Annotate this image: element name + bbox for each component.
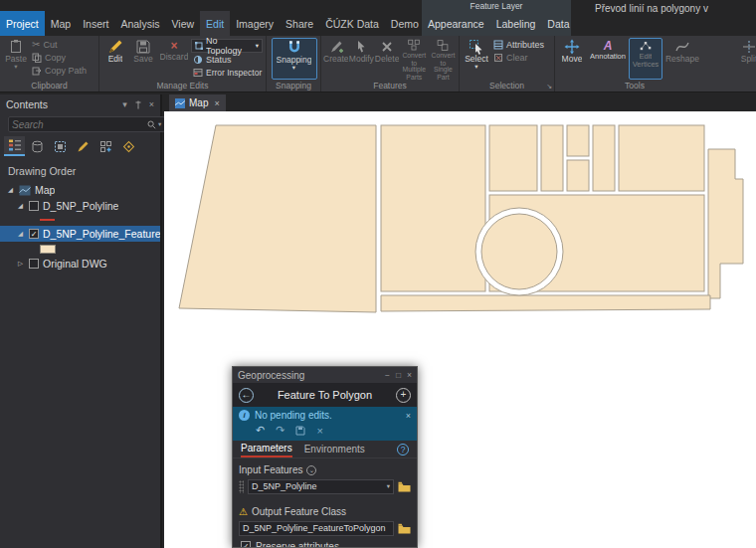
reshape-button[interactable]: Reshape xyxy=(664,38,700,80)
layer-visibility-checkbox[interactable] xyxy=(29,201,39,211)
output-feature-class-input[interactable]: D_5NP_Polyline_FeatureToPolygon xyxy=(239,521,394,536)
plus-icon: + xyxy=(401,390,407,400)
view-tab-drawing-order[interactable] xyxy=(4,136,25,156)
paste-button[interactable]: Paste ▾ xyxy=(2,38,30,80)
add-to-project-button[interactable]: + xyxy=(396,388,411,403)
expander-icon[interactable]: ◢ xyxy=(16,202,25,210)
discard-edits-button[interactable]: × Discard xyxy=(157,38,191,80)
redo-icon[interactable]: ↷ xyxy=(276,424,284,437)
input-features-combo[interactable]: D_5NP_Polyline ▾ xyxy=(248,479,394,494)
back-button[interactable]: ← xyxy=(239,388,254,403)
tab-labeling[interactable]: Labeling xyxy=(490,11,542,36)
search-icon xyxy=(147,120,156,129)
move-icon xyxy=(564,39,580,55)
modify-button[interactable]: Modify xyxy=(348,38,374,80)
edit-vertices-button[interactable]: Edit Vertices xyxy=(629,38,662,80)
arcgis-pro-window: Feature Layer Převod linií na polygony v… xyxy=(0,0,756,548)
view-tab-editing[interactable] xyxy=(73,136,94,156)
group-label-tools: Tools xyxy=(555,81,714,91)
dismiss-message-icon[interactable]: × xyxy=(406,411,411,421)
tab-project[interactable]: Project xyxy=(0,11,45,36)
delete-button[interactable]: Delete xyxy=(374,38,399,80)
polyline-symbol-swatch[interactable] xyxy=(40,219,55,221)
tab-parameters[interactable]: Parameters xyxy=(241,441,292,457)
layer-visibility-checkbox[interactable] xyxy=(29,259,39,269)
close-tab-icon[interactable]: × xyxy=(214,98,219,108)
dropdown-icon: ▾ xyxy=(387,483,390,490)
tool-title: Feature To Polygon xyxy=(254,389,396,401)
save-edits-icon[interactable] xyxy=(295,426,305,436)
tree-item-original-dwg[interactable]: ▷ Original DWG xyxy=(0,256,160,272)
tab-cuzk-data[interactable]: ČÚZK Data xyxy=(319,11,385,36)
output-feature-class-label: Output Feature Class xyxy=(252,506,346,517)
edit-button[interactable]: Edit xyxy=(101,38,129,80)
search-options-icon[interactable]: ▾ xyxy=(158,121,161,128)
help-icon[interactable]: ? xyxy=(397,444,409,456)
tab-data[interactable]: Data xyxy=(541,11,575,36)
status-button[interactable]: Status xyxy=(191,53,265,66)
tab-insert[interactable]: Insert xyxy=(77,11,114,36)
annotation-button[interactable]: A Annotation xyxy=(589,38,627,80)
browse-input-folder-icon[interactable] xyxy=(398,481,411,492)
copy-button[interactable]: Copy xyxy=(30,51,97,64)
copy-path-button[interactable]: Copy Path xyxy=(30,64,97,77)
save-edits-button[interactable]: Save xyxy=(129,38,157,80)
map-node-icon xyxy=(19,185,31,196)
polygon-symbol-swatch[interactable] xyxy=(40,245,56,254)
preserve-attributes-label: Preserve attributes xyxy=(256,541,339,548)
tab-map[interactable]: Map xyxy=(45,11,77,36)
view-tab-data-source[interactable] xyxy=(27,136,48,156)
cut-button[interactable]: ✂ Cut xyxy=(30,38,97,51)
drag-handle[interactable] xyxy=(239,480,244,493)
collapse-input-icon[interactable]: ⌄ xyxy=(306,465,316,475)
view-tab-selection[interactable] xyxy=(50,136,71,156)
expander-icon[interactable]: ▷ xyxy=(16,260,25,268)
view-tab-snapping[interactable] xyxy=(95,136,116,156)
tab-edit[interactable]: Edit xyxy=(200,11,230,36)
convert-to-multiple-parts-button[interactable]: Convert to Multiple Parts xyxy=(400,38,429,80)
tab-view[interactable]: View xyxy=(166,11,201,36)
split-button[interactable]: Split xyxy=(734,38,756,80)
pin-icon[interactable] xyxy=(134,100,142,109)
pane-restore-icon[interactable]: □ xyxy=(396,370,401,380)
create-button[interactable]: Create xyxy=(323,38,348,80)
expander-icon[interactable]: ◢ xyxy=(6,186,15,194)
group-label-features: Features xyxy=(321,81,459,91)
tab-appearance[interactable]: Appearance xyxy=(422,11,490,36)
attributes-button[interactable]: Attributes xyxy=(491,38,553,51)
tab-imagery[interactable]: Imagery xyxy=(230,11,280,36)
search-input[interactable] xyxy=(12,119,145,130)
tab-share[interactable]: Share xyxy=(280,11,319,36)
map-view-tab[interactable]: Map × xyxy=(169,94,226,111)
select-button[interactable]: Select ▾ xyxy=(462,38,491,80)
group-tools: Move A Annotation Edit Vertices Reshape xyxy=(555,36,756,91)
discard-edits-icon[interactable]: × xyxy=(316,425,322,437)
tab-analysis[interactable]: Analysis xyxy=(114,11,165,36)
expander-icon[interactable]: ◢ xyxy=(16,230,25,238)
edit-vertices-icon xyxy=(638,40,654,53)
error-inspector-button[interactable]: Error Inspector xyxy=(191,66,265,79)
select-cursor-icon xyxy=(469,39,484,55)
tree-item-map[interactable]: ◢ Map xyxy=(0,182,160,198)
snapping-toggle-button[interactable]: Snapping ▾ xyxy=(272,38,317,80)
topology-dropdown[interactable]: No Topology ▾ xyxy=(191,39,263,53)
clear-selection-button[interactable]: Clear xyxy=(491,51,553,64)
undo-icon[interactable]: ↶ xyxy=(256,424,265,437)
layer-visibility-checkbox[interactable]: ✓ xyxy=(29,229,39,239)
tree-item-layer-featuretopolygon[interactable]: ◢ ✓ D_5NP_Polyline_FeatureToPolygon xyxy=(0,226,160,242)
save-icon xyxy=(135,39,151,55)
tab-environments[interactable]: Environments xyxy=(304,441,365,457)
tree-item-layer-polyline[interactable]: ◢ D_5NP_Polyline xyxy=(0,198,160,214)
ribbon: Paste ▾ ✂ Cut Copy Copy Path xyxy=(0,36,756,92)
browse-output-folder-icon[interactable] xyxy=(398,523,411,534)
convert-to-single-part-button[interactable]: Convert to Single Part xyxy=(429,38,458,80)
tab-demo[interactable]: Demo xyxy=(385,11,425,36)
selection-dialog-launcher-icon[interactable]: ↘ xyxy=(546,83,552,91)
preserve-attributes-checkbox[interactable]: ✓ xyxy=(241,541,251,548)
pane-minimize-icon[interactable]: − xyxy=(385,370,390,380)
pane-menu-icon[interactable]: ▾ xyxy=(122,99,127,109)
pane-close-icon[interactable]: × xyxy=(407,370,412,380)
move-button[interactable]: Move xyxy=(557,38,587,80)
pane-close-icon[interactable]: × xyxy=(149,99,154,109)
view-tab-labeling[interactable] xyxy=(118,136,139,156)
